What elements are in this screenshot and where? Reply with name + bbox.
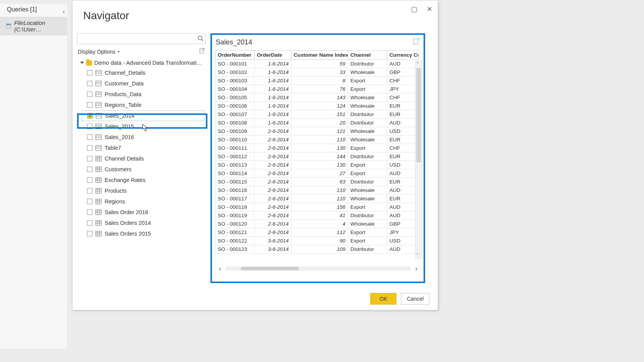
h-scrollbar-thumb[interactable] — [241, 267, 299, 270]
table-row[interactable]: SO - 0001031-6-20148ExportCHF — [215, 77, 419, 85]
table-row[interactable]: SO - 0001202-6-20144WholesaleGBP — [215, 220, 419, 228]
checkbox[interactable] — [87, 231, 92, 236]
table-cell: 121 — [291, 127, 348, 136]
checkbox[interactable] — [87, 220, 92, 226]
table-row[interactable]: SO - 0001142-6-201427ExportAUD — [215, 169, 419, 178]
tree-item-customers[interactable]: Customers — [77, 164, 206, 175]
checkbox[interactable] — [87, 177, 92, 183]
scroll-up-icon[interactable]: ˄ — [416, 61, 419, 67]
maximize-icon[interactable]: ▢ — [411, 5, 417, 13]
table-row[interactable]: SO - 0001172-6-2014110WholesaleEUR — [215, 195, 419, 203]
table-row[interactable]: SO - 0001233-6-2014109DistributorAUD — [215, 245, 419, 254]
display-options-dropdown[interactable]: Display Options ▾ — [78, 49, 120, 55]
checkbox[interactable] — [87, 210, 92, 215]
column-header[interactable]: OrderNumber — [215, 51, 255, 60]
tree-item-products[interactable]: Products — [77, 185, 206, 196]
tree-item-exchange-rates[interactable]: Exchange Rates — [77, 175, 206, 185]
table-row[interactable]: SO - 0001092-6-2014121WholesaleUSD — [215, 127, 419, 136]
svg-rect-60 — [96, 210, 102, 215]
column-header[interactable]: Customer Name Index — [291, 51, 348, 60]
preview-export-icon[interactable] — [413, 38, 420, 46]
checkbox[interactable] — [87, 156, 92, 161]
table-row[interactable]: SO - 0001152-6-201463DistributorEUR — [215, 178, 419, 186]
table-row[interactable]: SO - 0001102-6-2014110WholesaleEUR — [215, 136, 419, 144]
checkbox[interactable] — [87, 199, 92, 204]
table-row[interactable]: SO - 0001011-6-201459DistributorAUD — [215, 60, 419, 68]
table-row[interactable]: SO - 0001192-6-201441DistributorAUD — [215, 211, 419, 220]
tree-item-sales-orders-2015[interactable]: Sales Orders 2015 — [77, 228, 206, 239]
table-row[interactable]: SO - 0001081-6-201420DistributorAUD — [215, 119, 419, 127]
table-row[interactable]: SO - 0001182-6-2014156ExportAUD — [215, 203, 419, 211]
tree-item-regions[interactable]: Regions — [77, 196, 206, 207]
tree-item-sales-2014[interactable]: ✓Sales_2014 — [82, 110, 204, 121]
checkbox[interactable] — [87, 81, 92, 86]
checkbox[interactable] — [87, 188, 92, 193]
table-row[interactable]: SO - 0001223-6-201490ExportUSD — [215, 237, 419, 245]
table-cell: 1-6-2014 — [255, 85, 291, 93]
checkbox[interactable] — [87, 70, 92, 75]
search-input[interactable] — [77, 33, 206, 44]
table-row[interactable]: SO - 0001061-6-2014124WholesaleEUR — [215, 102, 419, 110]
svg-point-6 — [198, 36, 202, 40]
tree-item-customer-data[interactable]: Customer_Data — [77, 78, 206, 89]
search-icon[interactable] — [197, 35, 204, 43]
table-row[interactable]: SO - 0001041-6-201476ExportJPY — [215, 85, 419, 93]
checkbox[interactable] — [87, 134, 92, 140]
table-row[interactable]: SO - 0001021-6-201433WholesaleGBP — [215, 68, 419, 77]
column-header[interactable]: Currency Code — [387, 51, 419, 60]
table-cell: Wholesale — [348, 102, 387, 110]
checkbox[interactable] — [87, 102, 92, 108]
vertical-scrollbar[interactable]: ˄ ˅ — [415, 61, 422, 259]
checkbox[interactable] — [87, 145, 92, 151]
table-row[interactable]: SO - 0001212-6-2014112ExportJPY — [215, 228, 419, 237]
tree-item-label: Sales_2016 — [105, 134, 134, 140]
table-cell: Export — [348, 144, 387, 152]
column-header[interactable]: Channel — [348, 51, 387, 60]
checkbox[interactable]: ✓ — [87, 113, 93, 118]
tree-item-table7[interactable]: Table7 — [77, 143, 206, 153]
table-cell: EUR — [387, 102, 419, 110]
refresh-icon[interactable] — [199, 48, 205, 55]
table-row[interactable]: SO - 0001071-6-2014151DistributorEUR — [215, 110, 419, 119]
collapse-queries-icon[interactable]: ‹ — [63, 8, 65, 15]
table-row[interactable]: SO - 0001122-6-2014144DistributorEUR — [215, 152, 419, 161]
tree-item-sales-2015[interactable]: Sales_2015 — [77, 121, 206, 132]
checkbox[interactable] — [87, 167, 92, 172]
table-cell: SO - 000106 — [215, 102, 255, 110]
checkbox[interactable] — [87, 124, 92, 129]
tree-item-label: Sales_2014 — [105, 113, 135, 119]
table-cell: 59 — [291, 60, 348, 68]
table-cell: SO - 000116 — [215, 186, 255, 195]
table-row[interactable]: SO - 0001112-6-2014130ExportCHF — [215, 144, 419, 152]
tree-item-sales-2016[interactable]: Sales_2016 — [77, 132, 206, 143]
table-row[interactable]: SO - 0001051-6-2014143WholesaleCHF — [215, 93, 419, 102]
table-cell: Export — [348, 77, 387, 85]
scroll-down-icon[interactable]: ˅ — [416, 252, 419, 258]
checkbox[interactable] — [87, 92, 92, 97]
scrollbar-thumb[interactable] — [416, 68, 421, 162]
table-cell: Wholesale — [348, 127, 387, 136]
query-row[interactable]: FileLocation (C:\User… — [0, 17, 67, 35]
table-cell: 63 — [291, 178, 348, 186]
table-row[interactable]: SO - 0001162-6-2014110WholesaleAUD — [215, 186, 419, 195]
cancel-button[interactable]: Cancel — [401, 293, 429, 305]
tree-item-regions-table[interactable]: Regions_Table — [77, 100, 206, 110]
tree-root[interactable]: Demo data - Advanced Data Transformation… — [77, 58, 206, 67]
table-row[interactable]: SO - 0001132-6-2014130ExportUSD — [215, 161, 419, 169]
table-cell: 110 — [291, 136, 348, 144]
horizontal-scrollbar[interactable]: ‹ › — [216, 265, 421, 272]
scroll-right-icon[interactable]: › — [412, 265, 421, 273]
tree-item-channel-details[interactable]: Channel Details — [77, 153, 206, 164]
ok-button[interactable]: OK — [370, 293, 396, 305]
column-header[interactable]: OrderDate — [255, 51, 291, 60]
table-cell: SO - 000121 — [215, 228, 255, 237]
tree-item-sales-orders-2014[interactable]: Sales Orders 2014 — [77, 218, 206, 228]
tree-item-products-data[interactable]: Products_Data — [77, 89, 206, 100]
svg-rect-11 — [96, 70, 102, 75]
close-icon[interactable]: ✕ — [427, 5, 432, 13]
table-cell: SO - 000108 — [215, 119, 255, 127]
tree-item-channel-details[interactable]: Channel_Details — [77, 67, 206, 78]
tree-item-sales-order-2016[interactable]: Sales Order 2016 — [77, 207, 206, 218]
scroll-left-icon[interactable]: ‹ — [216, 265, 224, 273]
tree-item-label: Channel Details — [105, 156, 144, 162]
